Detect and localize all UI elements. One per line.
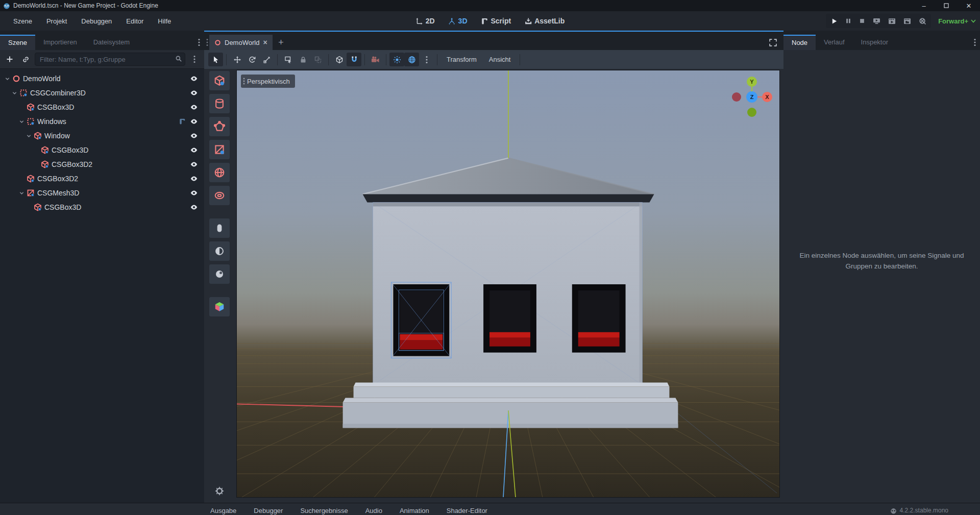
visibility-eye-icon[interactable] bbox=[190, 132, 198, 140]
menu-editor[interactable]: Editor bbox=[119, 15, 151, 28]
chevron-down-icon[interactable] bbox=[3, 76, 11, 82]
pause-button[interactable] bbox=[845, 18, 851, 24]
tree-row[interactable]: CSGCombiner3D bbox=[0, 86, 204, 100]
tab-importieren[interactable]: Importieren bbox=[35, 35, 85, 50]
projection-menu[interactable]: Perspektivisch bbox=[241, 75, 295, 88]
axis-gizmo[interactable]: Y X Z bbox=[727, 72, 776, 121]
csg-polygon-button[interactable] bbox=[209, 117, 230, 136]
csg-sphere-button[interactable] bbox=[209, 163, 230, 182]
tab-dateisystem[interactable]: Dateisystem bbox=[85, 35, 138, 50]
sun-toggle[interactable] bbox=[389, 53, 404, 66]
chevron-down-icon[interactable] bbox=[24, 133, 33, 139]
chevron-down-icon[interactable] bbox=[17, 119, 26, 125]
visibility-eye-icon[interactable] bbox=[190, 146, 198, 154]
workspace-script-button[interactable]: Script bbox=[477, 15, 516, 27]
add-scene-tab-button[interactable]: + bbox=[273, 35, 290, 50]
lock-tool-button[interactable] bbox=[296, 53, 310, 66]
tabbar-handle-icon[interactable] bbox=[205, 35, 209, 50]
preview-camera-icon[interactable] bbox=[368, 53, 383, 66]
tree-row[interactable]: CSGBox3D2 bbox=[0, 171, 204, 186]
transform-menu[interactable]: Transform bbox=[440, 56, 483, 63]
workspace-assetlib-button[interactable]: AssetLib bbox=[520, 15, 569, 27]
bottom-tab-debugger[interactable]: Debugger bbox=[254, 507, 283, 514]
tree-row[interactable]: CSGBox3D bbox=[0, 200, 204, 214]
play-scene-button[interactable] bbox=[888, 18, 896, 24]
visibility-eye-icon[interactable] bbox=[190, 117, 198, 126]
scale-tool-button[interactable] bbox=[259, 53, 274, 66]
workspace-2d-button[interactable]: 2D bbox=[411, 15, 439, 27]
csg-mesh-button[interactable] bbox=[209, 140, 230, 159]
3d-viewport[interactable]: Perspektivisch Y X Z bbox=[236, 70, 780, 498]
sphere-shade-button[interactable] bbox=[209, 264, 230, 284]
scene-filter-input[interactable] bbox=[35, 53, 185, 66]
visibility-eye-icon[interactable] bbox=[190, 175, 198, 183]
left-dock-menu-icon[interactable] bbox=[194, 35, 204, 50]
bottom-tab-animation[interactable]: Animation bbox=[400, 507, 429, 514]
tree-row[interactable]: CSGBox3D2 bbox=[0, 157, 204, 171]
visibility-eye-icon[interactable] bbox=[190, 75, 198, 83]
chevron-down-icon[interactable] bbox=[10, 90, 18, 96]
list-select-tool-button[interactable] bbox=[281, 53, 296, 66]
ansicht-menu[interactable]: Ansicht bbox=[483, 56, 517, 63]
group-tool-button[interactable] bbox=[310, 53, 325, 66]
capsule-button[interactable] bbox=[209, 218, 230, 238]
close-tab-icon[interactable]: × bbox=[263, 38, 267, 46]
menu-hilfe[interactable]: Hilfe bbox=[151, 15, 178, 28]
scene-tab-demoworld[interactable]: DemoWorld × bbox=[209, 35, 273, 50]
csg-cylinder-button[interactable] bbox=[209, 94, 230, 113]
chevron-down-icon[interactable] bbox=[17, 190, 26, 196]
tree-row[interactable]: CSGBox3D bbox=[0, 143, 204, 157]
tab-inspektor[interactable]: Inspektor bbox=[853, 35, 896, 50]
select-tool-button[interactable] bbox=[208, 53, 223, 66]
menu-szene[interactable]: Szene bbox=[6, 15, 39, 28]
local-space-toggle[interactable] bbox=[332, 53, 347, 66]
rotate-tool-button[interactable] bbox=[244, 53, 259, 66]
csg-box-button[interactable] bbox=[209, 71, 230, 90]
play-remote-button[interactable] bbox=[873, 18, 880, 24]
visibility-eye-icon[interactable] bbox=[190, 103, 198, 111]
version-info[interactable]: 4.2.2.stable.mono bbox=[890, 507, 948, 514]
bottom-tab-audio[interactable]: Audio bbox=[365, 507, 382, 514]
script-attached-icon[interactable] bbox=[179, 118, 186, 125]
movie-mode-button[interactable] bbox=[919, 17, 926, 24]
visibility-eye-icon[interactable] bbox=[190, 89, 198, 97]
minimize-button[interactable]: – bbox=[913, 0, 935, 11]
play-custom-scene-button[interactable] bbox=[903, 18, 911, 24]
renderer-selector[interactable]: Forward+ bbox=[938, 17, 976, 25]
tree-row[interactable]: CSGBox3D bbox=[0, 100, 204, 114]
bottom-tab-suchergebnisse[interactable]: Suchergebnisse bbox=[300, 507, 348, 514]
snap-toggle[interactable] bbox=[347, 53, 361, 66]
bottom-tab-shader-editor[interactable]: Shader-Editor bbox=[447, 507, 487, 514]
axis-neg-y-ball[interactable] bbox=[747, 108, 756, 117]
play-button[interactable] bbox=[831, 18, 838, 24]
gridmap-button[interactable] bbox=[209, 297, 230, 316]
tab-szene[interactable]: Szene bbox=[0, 35, 35, 50]
environment-toggle[interactable] bbox=[404, 53, 419, 66]
viewport-options-menu-icon[interactable] bbox=[419, 53, 434, 66]
tree-row[interactable]: Window bbox=[0, 129, 204, 143]
workspace-3d-button[interactable]: 3D bbox=[444, 15, 472, 27]
axis-neg-x-ball[interactable] bbox=[732, 92, 741, 102]
contrast-button[interactable] bbox=[209, 241, 230, 261]
right-dock-menu-icon[interactable] bbox=[970, 35, 980, 50]
menu-debuggen[interactable]: Debuggen bbox=[74, 15, 119, 28]
maximize-button[interactable] bbox=[935, 0, 958, 11]
stop-button[interactable] bbox=[859, 18, 865, 24]
gear-icon[interactable] bbox=[209, 481, 230, 501]
instance-scene-button[interactable] bbox=[19, 53, 32, 66]
visibility-eye-icon[interactable] bbox=[190, 189, 198, 197]
csg-torus-button[interactable] bbox=[209, 186, 230, 205]
visibility-eye-icon[interactable] bbox=[190, 203, 198, 211]
add-node-button[interactable] bbox=[3, 53, 16, 66]
tab-verlauf[interactable]: Verlauf bbox=[816, 35, 852, 50]
bottom-tab-ausgabe[interactable]: Ausgabe bbox=[210, 507, 236, 514]
tree-row[interactable]: CSGMesh3D bbox=[0, 186, 204, 200]
close-button[interactable]: ✕ bbox=[958, 0, 980, 11]
move-tool-button[interactable] bbox=[230, 53, 244, 66]
tree-row[interactable]: DemoWorld bbox=[0, 71, 204, 86]
visibility-eye-icon[interactable] bbox=[190, 160, 198, 168]
scene-tree-menu-icon[interactable] bbox=[188, 53, 201, 66]
tab-node[interactable]: Node bbox=[783, 35, 816, 50]
maximize-viewport-icon[interactable] bbox=[769, 35, 783, 50]
menu-projekt[interactable]: Projekt bbox=[39, 15, 74, 28]
